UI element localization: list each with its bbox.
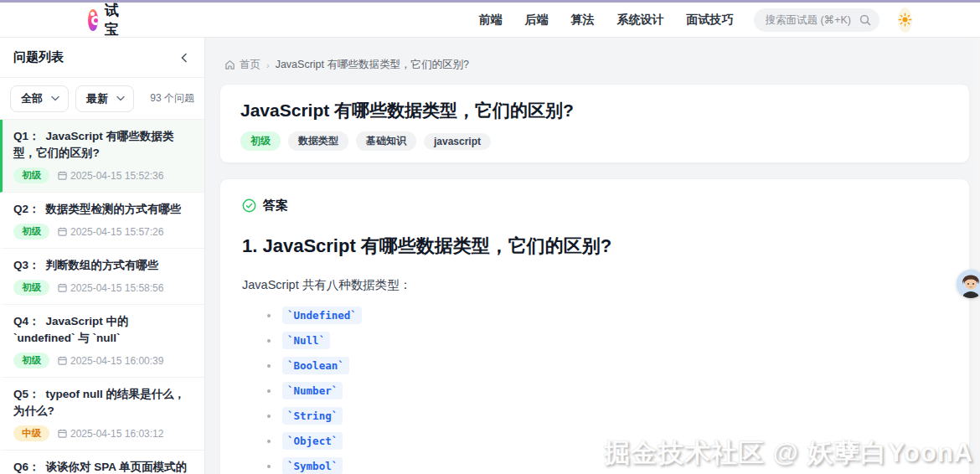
calendar-icon: [58, 356, 67, 365]
search-icon[interactable]: [859, 14, 871, 26]
question-item-title: Q1：JavaScript 有哪些数据类型，它们的区别?: [13, 128, 193, 162]
question-list-item-q4[interactable]: Q4：JavaScript 中的 `undefined` 与 `null` 初级…: [0, 305, 204, 378]
question-list-item-q2[interactable]: Q2：数据类型检测的方式有哪些 初级 2025-04-15 15:57:26: [0, 193, 204, 249]
question-list-item-q5[interactable]: Q5：typeof null 的结果是什么，为什么? 中级 2025-04-15…: [0, 378, 204, 451]
tag-basics[interactable]: 基础知识: [356, 131, 416, 151]
calendar-icon: [58, 429, 67, 438]
calendar-icon: [58, 227, 67, 236]
scrollbar[interactable]: [974, 38, 980, 474]
main-nav: 前端 后端 算法 系统设计 面试技巧: [479, 13, 734, 28]
nav-item-system-design[interactable]: 系统设计: [617, 13, 664, 28]
question-item-title: Q5：typeof null 的结果是什么，为什么?: [13, 386, 193, 420]
home-icon: [224, 59, 235, 70]
question-list-sidebar: 问题列表 全部 最新 93 个问题 Q1：J: [0, 38, 205, 474]
category-filter-value: 全部: [21, 91, 43, 106]
header: 面试宝典 前端 后端 算法 系统设计 面试技巧: [0, 3, 980, 38]
breadcrumb-home-link[interactable]: 首页: [224, 58, 260, 72]
list-item: `Number`: [267, 382, 947, 399]
check-circle-icon: [242, 198, 256, 213]
code-inline: `Null`: [282, 332, 330, 349]
question-list-item-q3[interactable]: Q3：判断数组的方式有哪些 初级 2025-04-15 15:58:56: [0, 249, 204, 305]
nav-item-algorithm[interactable]: 算法: [571, 13, 595, 28]
breadcrumb-current: JavaScript 有哪些数据类型，它们的区别?: [276, 58, 469, 72]
chevron-down-icon: [51, 95, 59, 101]
list-item: `Null`: [267, 332, 947, 349]
list-item: `Undefined`: [267, 307, 947, 324]
question-list-item-q6[interactable]: Q6：谈谈你对 SPA 单页面模式的理解，优缺点 ？ 中级 2025-04-15…: [0, 451, 204, 474]
level-badge: 初级: [13, 280, 49, 296]
question-date: 2025-04-15 15:58:56: [58, 282, 163, 294]
level-badge: 初级: [13, 224, 49, 240]
question-date: 2025-04-15 15:57:26: [58, 226, 163, 238]
answer-heading: 1. JavaScript 有哪些数据类型，它们的区别?: [242, 234, 947, 259]
question-item-title: Q6：谈谈你对 SPA 单页面模式的理解，优缺点 ？: [13, 459, 193, 474]
list-item: `Boolean`: [267, 357, 947, 374]
answer-card: 答案 1. JavaScript 有哪些数据类型，它们的区别? JavaScri…: [219, 178, 970, 474]
list-item: `String`: [267, 407, 947, 425]
sidebar-title: 问题列表: [13, 49, 64, 65]
data-type-list: `Undefined` `Null` `Boolean` `Number` `S…: [267, 307, 947, 474]
sort-filter-value: 最新: [86, 91, 108, 106]
question-item-title: Q4：JavaScript 中的 `undefined` 与 `null`: [13, 313, 193, 347]
category-filter-select[interactable]: 全部: [10, 85, 69, 112]
sun-icon: [898, 13, 912, 27]
question-list-item-q1[interactable]: Q1：JavaScript 有哪些数据类型，它们的区别? 初级 2025-04-…: [0, 120, 204, 193]
theme-toggle-button[interactable]: [898, 8, 912, 33]
calendar-icon: [58, 283, 67, 292]
nav-item-backend[interactable]: 后端: [525, 13, 549, 28]
level-badge: 中级: [13, 425, 49, 441]
chevron-left-icon: [179, 53, 189, 63]
list-item: `Object`: [267, 432, 947, 450]
tag-row: 初级 数据类型 基础知识 javascript: [240, 131, 949, 151]
breadcrumb-home-label: 首页: [240, 58, 260, 72]
question-date: 2025-04-15 16:00:39: [58, 355, 163, 367]
tag-data-type[interactable]: 数据类型: [288, 131, 348, 151]
avatar[interactable]: [957, 270, 980, 298]
nav-item-frontend[interactable]: 前端: [479, 13, 503, 28]
tag-javascript[interactable]: javascript: [424, 133, 491, 150]
nav-item-interview-skills[interactable]: 面试技巧: [687, 13, 734, 28]
answer-intro: JavaScript 共有八种数据类型：: [242, 277, 947, 293]
answer-section-label: 答案: [263, 198, 288, 214]
level-badge: 初级: [13, 167, 49, 183]
breadcrumb-separator: ›: [266, 60, 270, 70]
calendar-icon: [58, 171, 67, 180]
question-count: 93 个问题: [150, 91, 194, 106]
question-date: 2025-04-15 16:03:12: [58, 428, 163, 440]
code-inline: `Symbol`: [282, 457, 343, 474]
code-inline: `Number`: [282, 382, 343, 399]
tag-level[interactable]: 初级: [240, 131, 281, 151]
answer-section-header: 答案: [242, 198, 947, 214]
sidebar-collapse-button[interactable]: [178, 51, 191, 64]
search-box[interactable]: [754, 8, 879, 32]
code-inline: `String`: [282, 407, 343, 425]
question-item-title: Q3：判断数组的方式有哪些: [13, 257, 193, 274]
question-title-card: JavaScript 有哪些数据类型，它们的区别? 初级 数据类型 基础知识 j…: [219, 84, 970, 163]
list-item: `Symbol`: [267, 457, 947, 474]
app-logo-icon: [88, 9, 98, 31]
page-title: JavaScript 有哪些数据类型，它们的区别?: [240, 99, 949, 122]
code-inline: `Object`: [282, 432, 343, 450]
level-badge: 初级: [13, 353, 49, 368]
search-input[interactable]: [766, 14, 859, 26]
question-date: 2025-04-15 15:52:36: [58, 170, 163, 182]
breadcrumb: 首页 › JavaScript 有哪些数据类型，它们的区别?: [219, 58, 970, 72]
sort-filter-select[interactable]: 最新: [75, 85, 134, 112]
main-content: 首页 › JavaScript 有哪些数据类型，它们的区别? JavaScrip…: [205, 38, 980, 474]
chevron-down-icon: [116, 95, 125, 101]
code-inline: `Boolean`: [282, 357, 349, 374]
code-inline: `Undefined`: [282, 307, 362, 324]
question-item-title: Q2：数据类型检测的方式有哪些: [13, 201, 193, 218]
